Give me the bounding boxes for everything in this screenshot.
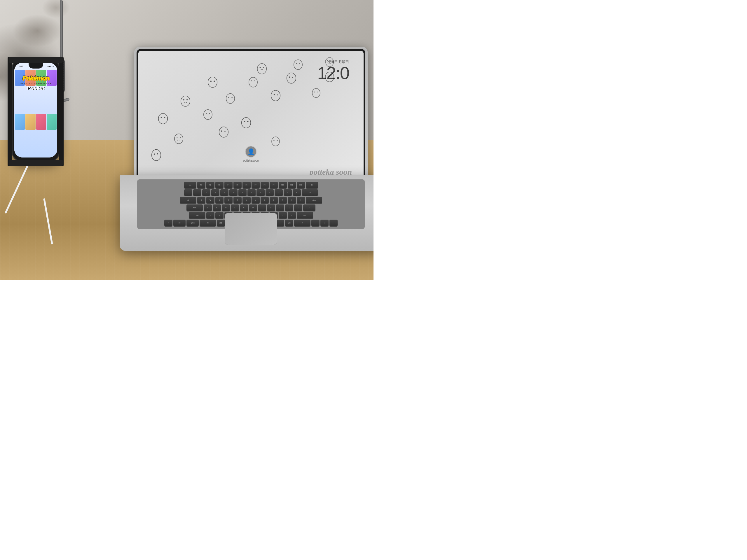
key-f1[interactable]: F1 [197, 182, 205, 188]
key-delete[interactable]: del [306, 182, 318, 188]
svg-point-23 [186, 99, 188, 101]
svg-point-16 [289, 76, 290, 78]
ghost-11 [310, 86, 323, 99]
key-caps[interactable]: caps [186, 205, 203, 211]
key-a[interactable]: A [204, 205, 212, 211]
key-return[interactable]: return [306, 197, 322, 203]
key-backtick[interactable]: ` [184, 189, 192, 196]
svg-point-3 [294, 60, 302, 70]
key-1[interactable]: 1 [193, 189, 201, 196]
card-item [25, 114, 35, 130]
key-2[interactable]: 2 [202, 189, 210, 196]
key-u[interactable]: U [252, 197, 260, 203]
key-control[interactable]: ctrl [173, 220, 186, 226]
login-widget[interactable]: 👤 pottekasoon [243, 146, 259, 162]
key-f9[interactable]: F9 [269, 182, 278, 188]
key-d[interactable]: D [222, 205, 230, 211]
key-0[interactable]: 0 [275, 189, 283, 196]
ghost-18 [150, 148, 163, 161]
key-kana[interactable]: かな [285, 220, 293, 226]
key-j[interactable]: J [258, 205, 266, 211]
svg-point-17 [292, 77, 293, 78]
key-f[interactable]: F [231, 205, 239, 211]
key-minus[interactable]: - [284, 189, 292, 196]
key-l[interactable]: L [276, 205, 284, 211]
key-i[interactable]: I [261, 197, 269, 203]
key-o[interactable]: O [269, 197, 278, 203]
key-p[interactable]: P [279, 197, 287, 203]
key-enter[interactable]: ↩ [303, 205, 315, 211]
svg-point-2 [263, 67, 264, 68]
svg-point-42 [175, 134, 183, 144]
key-f10[interactable]: F10 [279, 182, 287, 188]
key-f2[interactable]: F2 [206, 182, 214, 188]
svg-point-4 [296, 63, 297, 64]
mac-clock: 12:0 [317, 64, 349, 82]
svg-point-39 [241, 117, 251, 128]
key-r[interactable]: R [224, 197, 233, 203]
touchpad[interactable] [225, 213, 277, 245]
key-quote[interactable]: ' [294, 205, 302, 211]
key-semicolon[interactable]: ; [285, 205, 293, 211]
key-6[interactable]: 6 [238, 189, 247, 196]
key-x[interactable]: X [215, 212, 224, 218]
key-5[interactable]: 5 [229, 189, 237, 196]
key-esc[interactable]: esc [184, 182, 197, 188]
key-arrow-left[interactable]: ← [311, 220, 319, 226]
key-f7[interactable]: F7 [252, 182, 260, 188]
svg-point-25 [229, 97, 229, 98]
key-f11[interactable]: F11 [288, 182, 296, 188]
key-rbracket[interactable]: ] [297, 197, 305, 203]
svg-point-11 [213, 80, 215, 82]
phone-signal: ●●● ✦ [47, 65, 54, 68]
key-period[interactable]: . [279, 212, 287, 218]
key-8[interactable]: 8 [257, 189, 265, 196]
svg-point-21 [181, 96, 190, 106]
key-t[interactable]: T [233, 197, 241, 203]
key-f4[interactable]: F4 [224, 182, 233, 188]
key-9[interactable]: 9 [265, 189, 274, 196]
key-h[interactable]: H [249, 205, 257, 211]
svg-point-1 [260, 67, 261, 68]
svg-point-27 [271, 90, 280, 101]
key-shift-left[interactable]: shift [189, 212, 205, 218]
key-lbracket[interactable]: [ [288, 197, 296, 203]
key-w[interactable]: W [206, 197, 214, 203]
key-slash[interactable]: / [288, 212, 296, 218]
svg-point-52 [153, 153, 155, 155]
key-k[interactable]: K [267, 205, 275, 211]
key-3[interactable]: 3 [211, 189, 220, 196]
key-f6[interactable]: F6 [242, 182, 251, 188]
key-backspace[interactable]: ⌫ [302, 189, 318, 196]
key-y[interactable]: Y [242, 197, 251, 203]
phone-time: 12:02 [17, 65, 23, 68]
key-option[interactable]: option [186, 220, 199, 226]
key-f5[interactable]: F5 [233, 182, 241, 188]
key-command-right[interactable]: ⌘ [294, 220, 310, 226]
key-f3[interactable]: F3 [215, 182, 224, 188]
key-q[interactable]: Q [197, 197, 205, 203]
key-f8[interactable]: F8 [261, 182, 269, 188]
key-7[interactable]: 7 [248, 189, 256, 196]
svg-point-50 [277, 140, 278, 141]
key-arrow-up-down[interactable]: ↑↓ [320, 220, 329, 226]
pokemon-logo-area: Pokémon TRADING CARD GAME Pocket [14, 74, 57, 91]
key-fn[interactable]: fn [164, 220, 173, 226]
key-f12[interactable]: F12 [297, 182, 305, 188]
key-s[interactable]: S [213, 205, 221, 211]
key-arrow-right[interactable]: → [330, 220, 338, 226]
key-g[interactable]: G [240, 205, 248, 211]
login-avatar[interactable]: 👤 [245, 146, 257, 158]
svg-point-33 [158, 113, 168, 124]
phone-screen: 12:02 ●●● ✦ Pokémon TRADI [14, 63, 57, 158]
svg-point-37 [206, 113, 207, 114]
key-e[interactable]: E [215, 197, 224, 203]
key-tab[interactable]: tab [180, 197, 197, 203]
key-equals[interactable]: = [293, 189, 301, 196]
key-4[interactable]: 4 [220, 189, 229, 196]
svg-point-29 [277, 95, 278, 96]
key-eisu[interactable]: 英数 [217, 220, 225, 226]
key-z[interactable]: Z [206, 212, 214, 218]
key-shift-right[interactable]: shift [297, 212, 313, 218]
key-command-left[interactable]: ⌘ [200, 220, 216, 226]
